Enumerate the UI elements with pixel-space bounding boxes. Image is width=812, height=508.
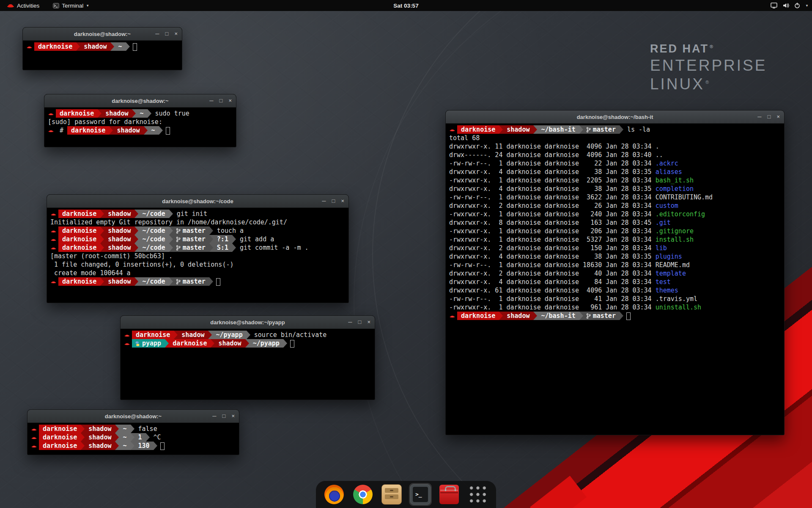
prompt-segment-user: darknoise — [67, 126, 109, 135]
terminal-text: drwx------. 24 darknoise darknoise 4096 … — [449, 151, 663, 159]
powerline-separator — [533, 312, 537, 320]
powerline-separator — [134, 235, 138, 243]
terminal-line: drwxrwxr-x. 4 darknoise darknoise 84 Jan… — [449, 278, 781, 286]
minimize-button[interactable]: ─ — [757, 110, 761, 123]
window-title: darknoise@shadow:~ — [112, 98, 168, 104]
terminal-cursor — [290, 340, 294, 348]
window-title: darknoise@shadow:~ — [105, 413, 162, 420]
titlebar[interactable]: darknoise@shadow:~ ─ □ × — [23, 28, 182, 41]
terminal-output[interactable]: darknoiseshadow~ falsedarknoiseshadow~1 … — [27, 423, 239, 452]
powerline-separator — [620, 125, 623, 134]
powerline-separator — [209, 235, 213, 243]
powerline-separator — [209, 277, 213, 286]
dock-item-firefox[interactable] — [323, 483, 346, 506]
maximize-button[interactable]: □ — [222, 410, 226, 422]
redhat-icon — [48, 126, 54, 135]
app-menu-terminal[interactable]: Terminal ▼ — [49, 0, 93, 11]
close-button[interactable]: × — [776, 110, 780, 123]
terminal-line: total 68 — [449, 134, 781, 142]
maximize-button[interactable]: □ — [165, 28, 169, 40]
powerline-separator — [579, 125, 583, 134]
redhat-icon — [51, 277, 56, 286]
system-status-area[interactable]: ▼ — [771, 0, 809, 11]
terminal-output[interactable]: darknoiseshadow~ sudo true[sudo] passwor… — [44, 108, 236, 136]
terminal-output[interactable]: darknoiseshadow~ — [23, 41, 182, 52]
terminal-glyph: >_ — [415, 491, 422, 497]
dock-item-toolbox[interactable] — [438, 483, 461, 506]
maximize-button[interactable]: □ — [332, 195, 335, 207]
prompt-segment-path: ~ — [119, 425, 130, 433]
terminal-line: darknoiseshadow~/codemasterS:1 git commi… — [50, 243, 345, 252]
terminal-output[interactable]: darknoiseshadow~/code git initInitialize… — [47, 208, 348, 287]
minimize-button[interactable]: ─ — [348, 316, 352, 329]
maximize-button[interactable]: □ — [768, 110, 771, 123]
titlebar[interactable]: darknoise@shadow:~ ─ □ × — [44, 94, 236, 108]
terminal-text: create mode 100644 a — [50, 269, 131, 277]
branch-icon — [586, 125, 591, 134]
terminal-output[interactable]: darknoiseshadow~/bash-itmaster ls -latot… — [446, 124, 784, 322]
titlebar[interactable]: darknoise@shadow:~/code ─ □ × — [47, 195, 348, 208]
chevron-down-icon: ▼ — [86, 4, 89, 8]
power-icon[interactable] — [794, 3, 800, 8]
window-title: darknoise@shadow:~/code — [162, 198, 233, 204]
prompt-segment-stat: S:1 — [213, 243, 232, 252]
redhat-icon — [48, 109, 54, 118]
terminal-cursor — [626, 312, 631, 320]
terminal-output[interactable]: darknoiseshadow~/pyapp source bin/activa… — [121, 329, 375, 349]
minimize-button[interactable]: ─ — [209, 94, 213, 107]
powerline-separator — [81, 433, 85, 442]
prompt-segment-host: shadow — [102, 109, 132, 118]
close-button[interactable]: × — [174, 28, 178, 40]
powerline-separator — [169, 243, 173, 252]
powerline-separator — [209, 226, 213, 235]
activities-button[interactable]: Activities — [3, 0, 43, 11]
dock-item-terminal[interactable]: >_ — [409, 483, 432, 506]
terminal-line: -rw-rw-r--. 1 darknoise darknoise 41 Jan… — [449, 295, 781, 303]
close-button[interactable]: × — [228, 94, 232, 107]
prompt-segment-user: darknoise — [169, 339, 211, 348]
volume-icon[interactable] — [782, 3, 789, 8]
powerline-separator — [76, 42, 80, 51]
powerline-separator — [134, 226, 138, 235]
file-name: template — [656, 270, 686, 277]
dock-item-show-applications[interactable] — [466, 483, 489, 506]
close-button[interactable]: × — [341, 195, 344, 207]
display-icon[interactable] — [771, 3, 777, 8]
redhat-icon — [27, 42, 32, 51]
titlebar[interactable]: darknoise@shadow:~/bash-it ─ □ × — [446, 110, 784, 124]
maximize-button[interactable]: □ — [358, 316, 362, 329]
branch-icon — [176, 277, 181, 286]
terminal-line: darknoiseshadow~/pyapp source bin/activa… — [124, 331, 371, 339]
terminal-text: source bin/activate — [250, 331, 327, 339]
titlebar[interactable]: darknoise@shadow:~ ─ □ × — [27, 410, 239, 423]
terminal-line: drwxrwxr-x. 61 darknoise darknoise 4096 … — [449, 286, 781, 295]
maximize-button[interactable]: □ — [219, 94, 223, 107]
terminal-line: -rwxrwxr-x. 1 darknoise darknoise 961 Ja… — [449, 303, 781, 312]
dock-item-chrome[interactable] — [351, 483, 374, 506]
powerline-separator — [81, 442, 85, 450]
close-button[interactable]: × — [231, 410, 235, 422]
prompt-segment-path: ~/code — [138, 235, 169, 243]
prompt-segment-path: ~/code — [138, 277, 169, 286]
dock-item-files[interactable] — [380, 483, 403, 506]
prompt-segment-path: ~ — [119, 442, 130, 450]
terminal-text: -rwxrwxr-x. 1 darknoise darknoise 961 Ja… — [449, 304, 656, 311]
terminal-line: darknoiseshadow~/bash-itmaster — [449, 312, 781, 320]
branch-icon — [586, 312, 591, 320]
terminal-line: -rw-rw-r--. 1 darknoise darknoise 18630 … — [449, 261, 781, 269]
powerline-separator — [232, 243, 236, 252]
terminal-line: darknoiseshadow~130 — [31, 442, 236, 450]
terminal-line: create mode 100644 a — [50, 269, 345, 277]
terminal-text: drwxrwxr-x. 2 darknoise darknoise 150 Ja… — [449, 244, 656, 252]
terminal-text: -rw-rw-r--. 1 darknoise darknoise 3622 J… — [449, 193, 713, 201]
terminal-line: # darknoiseshadow~ — [48, 126, 233, 135]
titlebar[interactable]: darknoise@shadow:~/pyapp ─ □ × — [121, 316, 375, 329]
minimize-button[interactable]: ─ — [155, 28, 159, 40]
close-button[interactable]: × — [367, 316, 370, 329]
terminal-text: -rwxrwxr-x. 1 darknoise darknoise 5327 J… — [449, 236, 656, 243]
powerline-separator — [100, 277, 104, 286]
minimize-button[interactable]: ─ — [322, 195, 326, 207]
clock[interactable]: Sat 03:57 — [393, 3, 418, 9]
minimize-button[interactable]: ─ — [212, 410, 216, 422]
prompt-segment-user: darknoise — [58, 277, 100, 286]
